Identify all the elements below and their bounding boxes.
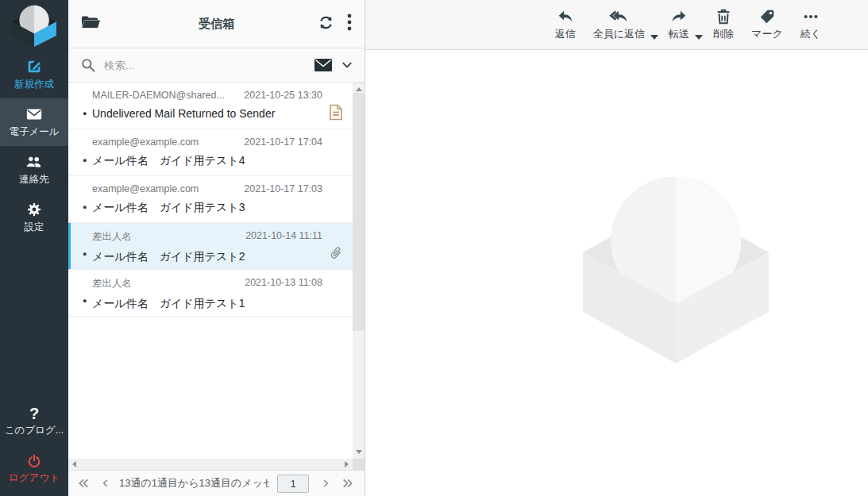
contacts-people-icon	[25, 153, 44, 171]
roundcube-watermark-icon	[583, 177, 770, 364]
message-row[interactable]: 差出人名 2021-10-13 11:08 ● メール件名 ガイド用テスト1	[68, 270, 353, 317]
refresh-icon	[318, 14, 334, 31]
message-row-selected[interactable]: 差出人名 2021-10-14 11:11 ● メール件名 ガイド用テスト2	[68, 223, 353, 270]
message-date: 2021-10-14 11:11	[245, 230, 322, 244]
message-date: 2021-10-17 17:03	[244, 183, 322, 194]
mark-button[interactable]: マーク	[743, 8, 792, 41]
toolbar-button-label: 転送	[669, 27, 689, 41]
message-subject: Undelivered Mail Returned to Sender	[68, 101, 353, 120]
last-page-button[interactable]	[339, 474, 357, 493]
unread-dot-icon: ●	[83, 297, 87, 305]
unread-dot-icon: ●	[83, 250, 87, 258]
message-sender: 差出人名	[92, 277, 132, 290]
message-date: 2021-10-13 11:08	[245, 277, 322, 290]
toolbar-button-label: 返信	[555, 27, 576, 41]
settings-gear-icon	[25, 201, 43, 218]
delete-button[interactable]: 削除	[704, 8, 743, 41]
horizontal-scrollbar[interactable]	[68, 459, 365, 470]
paperclip-attachment-icon	[329, 244, 343, 265]
scrollbar-thumb[interactable]	[353, 93, 365, 331]
forward-dropdown-caret-icon[interactable]	[695, 35, 703, 40]
tag-icon	[758, 8, 776, 25]
scroll-right-arrow-icon[interactable]	[345, 461, 349, 467]
task-sidebar: 新規作成 電子メール 連絡先	[0, 0, 68, 496]
reply-arrow-icon	[556, 8, 575, 25]
sidebar-item-compose[interactable]: 新規作成	[0, 51, 68, 98]
unread-dot-icon: ●	[83, 156, 87, 164]
search-icon	[80, 57, 96, 73]
sidebar-item-mail[interactable]: 電子メール	[0, 98, 68, 146]
message-toolbar: 返信 全員に返信 転送	[365, 0, 868, 50]
app-logo[interactable]	[0, 0, 68, 51]
sidebar-item-logout[interactable]: ログアウト	[0, 445, 68, 493]
sidebar-item-label: このプログ...	[5, 424, 64, 437]
reply-button[interactable]: 返信	[546, 8, 584, 41]
reply-all-arrows-icon	[608, 8, 629, 25]
search-options-chevron-down-icon[interactable]	[341, 59, 353, 71]
reply-all-button[interactable]: 全員に返信	[584, 8, 654, 41]
scroll-down-arrow-icon[interactable]	[356, 450, 362, 454]
reply-all-dropdown-caret-icon[interactable]	[650, 35, 658, 40]
sidebar-spacer	[0, 241, 68, 398]
search-input[interactable]	[104, 60, 306, 71]
message-subject: メール件名 ガイド用テスト1	[68, 290, 353, 311]
message-view-panel: 返信 全員に返信 転送	[365, 0, 868, 496]
forward-arrow-icon	[669, 8, 689, 25]
more-actions-button[interactable]: 続く	[792, 8, 830, 41]
sidebar-item-about[interactable]: ? このプログ...	[0, 398, 68, 445]
pagination-bar: 13通の1通目から13通目のメッセ...	[68, 470, 365, 496]
toolbar-button-label: 続く	[800, 27, 821, 41]
message-subject: メール件名 ガイド用テスト3	[68, 194, 353, 215]
unread-dot-icon: ●	[83, 203, 87, 211]
scroll-up-arrow-icon[interactable]	[356, 87, 362, 91]
previous-page-button[interactable]	[97, 474, 114, 493]
toolbar-button-label: マーク	[751, 27, 783, 41]
message-count-summary: 13通の1通目から13通目のメッセ...	[119, 476, 269, 490]
toolbar-button-label: 全員に返信	[593, 27, 645, 41]
kebab-menu-icon	[347, 13, 352, 31]
refresh-button[interactable]	[318, 14, 334, 34]
vertical-scrollbar[interactable]	[353, 83, 365, 459]
page-number-input[interactable]	[277, 475, 309, 493]
folders-button[interactable]	[81, 14, 100, 33]
list-header: 受信箱	[68, 0, 365, 48]
webmail-app: 新規作成 電子メール 連絡先	[0, 0, 868, 496]
sidebar-item-label: 新規作成	[14, 78, 54, 91]
unread-dot-icon: ●	[83, 110, 87, 117]
message-sender: 差出人名	[92, 230, 132, 244]
message-subject: メール件名 ガイド用テスト2	[68, 244, 353, 264]
search-bar	[68, 48, 365, 83]
search-scope-mail-icon[interactable]	[314, 57, 333, 73]
next-page-button[interactable]	[317, 474, 334, 493]
first-page-button[interactable]	[75, 474, 92, 493]
sidebar-item-settings[interactable]: 設定	[0, 194, 68, 241]
ellipsis-icon	[801, 8, 820, 25]
message-sender: MAILER-DAEMON@shared...	[92, 90, 225, 101]
toolbar-button-label: 削除	[713, 27, 734, 41]
sidebar-item-label: ログアウト	[9, 471, 60, 485]
message-content-area	[365, 50, 868, 496]
forward-button[interactable]: 転送	[660, 8, 698, 41]
mail-envelope-icon	[25, 106, 43, 123]
sidebar-item-label: 連絡先	[19, 173, 49, 186]
message-date: 2021-10-25 13:30	[244, 90, 322, 101]
sidebar-item-label: 設定	[25, 221, 44, 234]
roundcube-logo-icon	[11, 4, 57, 47]
message-row[interactable]: example@example.com 2021-10-17 17:03 ● メ…	[68, 176, 353, 223]
sidebar-item-label: 電子メール	[9, 125, 59, 139]
folder-icon	[81, 14, 100, 30]
message-row[interactable]: MAILER-DAEMON@shared... 2021-10-25 13:30…	[68, 83, 353, 129]
message-sender: example@example.com	[92, 183, 199, 194]
message-subject: メール件名 ガイド用テスト4	[68, 148, 353, 168]
message-date: 2021-10-17 17:04	[244, 136, 322, 148]
trash-icon	[715, 8, 732, 25]
scrollbar-corner	[353, 459, 365, 470]
message-sender: example@example.com	[92, 136, 199, 148]
logout-power-icon	[26, 453, 42, 469]
report-attachment-icon	[329, 104, 343, 124]
list-options-button[interactable]	[347, 13, 352, 34]
scroll-left-arrow-icon[interactable]	[72, 461, 76, 467]
message-list-panel: 受信箱	[68, 0, 365, 496]
message-row[interactable]: example@example.com 2021-10-17 17:04 ● メ…	[68, 129, 353, 176]
sidebar-item-contacts[interactable]: 連絡先	[0, 146, 68, 194]
